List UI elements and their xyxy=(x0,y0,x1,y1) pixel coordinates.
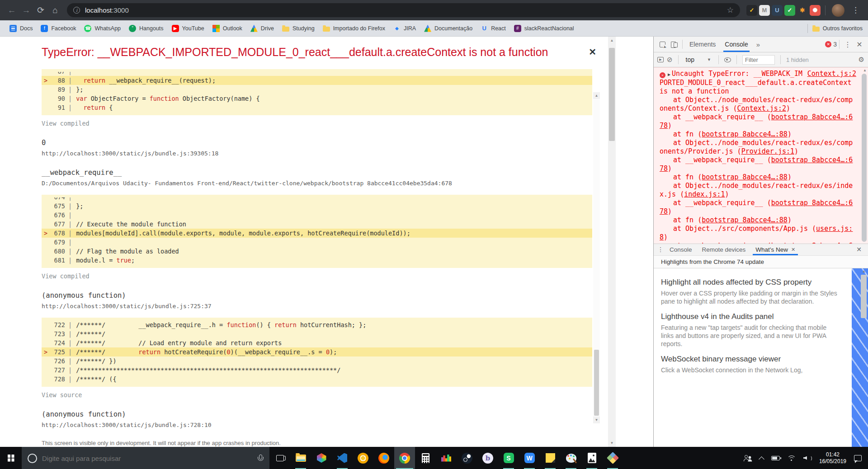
page-scrollbar[interactable]: ▲ ▼ xyxy=(608,37,616,447)
profile-avatar[interactable] xyxy=(832,4,844,17)
taskbar-app-gem-app[interactable] xyxy=(311,447,332,469)
more-tabs-icon[interactable]: » xyxy=(753,41,764,48)
battery-icon[interactable] xyxy=(771,456,780,460)
whatsnew-item-title[interactable]: Highlight all nodes affected by CSS prop… xyxy=(661,278,839,287)
scrollbar-thumb[interactable] xyxy=(609,48,615,141)
taskbar-app-calculator[interactable] xyxy=(415,447,436,469)
taskbar-clock[interactable]: 01:42 16/05/2019 xyxy=(819,451,846,465)
bookmark-item[interactable]: Importado do Firefox xyxy=(323,25,385,32)
orange-gear-extension-icon[interactable]: ✱ xyxy=(797,5,808,16)
scroll-down-icon[interactable]: ▼ xyxy=(608,439,616,447)
source-link[interactable]: bootstrap 8abcce4…:88 xyxy=(702,216,788,224)
scroll-up-icon[interactable]: ▲ xyxy=(608,37,616,44)
close-drawer-icon[interactable]: ✕ xyxy=(853,246,865,253)
refresh-icon[interactable]: ⟳ xyxy=(33,3,48,18)
console-settings-icon[interactable]: ⚙ xyxy=(859,56,864,64)
action-center-icon[interactable] xyxy=(854,455,862,461)
live-expression-icon[interactable] xyxy=(724,57,731,62)
console-sidebar-icon[interactable]: ▶ xyxy=(657,57,664,62)
bookmark-item[interactable]: Outlook xyxy=(212,25,242,32)
people-icon[interactable] xyxy=(744,455,752,461)
view-source-link[interactable]: View source xyxy=(42,391,82,399)
bookmark-item[interactable]: Drive xyxy=(250,25,274,32)
whatsnew-item-title[interactable]: Lighthouse v4 in the Audits panel xyxy=(661,312,839,321)
tab-elements[interactable]: Elements xyxy=(685,37,720,52)
bookmark-item[interactable]: ▶YouTube xyxy=(172,25,204,32)
hidden-icons-chevron[interactable] xyxy=(759,456,764,462)
source-link[interactable]: Provider.js:1 xyxy=(741,147,794,155)
taskbar-search-input[interactable] xyxy=(42,455,252,462)
source-link[interactable]: bootstrap 8abcce4…:678 xyxy=(660,242,853,244)
volume-icon[interactable] xyxy=(803,455,811,461)
taskbar-app-chrome[interactable] xyxy=(394,447,415,469)
start-button[interactable] xyxy=(0,447,22,469)
taskbar-search[interactable] xyxy=(22,447,269,469)
task-view-button[interactable] xyxy=(269,447,290,469)
view-compiled-link[interactable]: View compiled xyxy=(42,120,90,127)
bookmark-item[interactable]: Studying xyxy=(282,25,315,32)
error-count-badge[interactable]: ✕ 3 xyxy=(825,41,837,48)
page-info-icon[interactable]: i xyxy=(73,7,80,14)
inspect-element-icon[interactable] xyxy=(656,38,668,50)
scroll-down-icon[interactable]: ▼ xyxy=(593,417,600,423)
bookmark-item[interactable]: ◆JIRA xyxy=(393,25,416,32)
hidden-messages-label[interactable]: 1 hidden xyxy=(786,56,809,63)
whatsnew-item-title[interactable]: WebSocket binary message viewer xyxy=(661,355,839,364)
close-tab-icon[interactable]: ✕ xyxy=(791,247,795,253)
taskbar-app-vscode[interactable] xyxy=(332,447,353,469)
taskbar-app-bittorrent[interactable]: b xyxy=(477,447,498,469)
tab-console[interactable]: Console xyxy=(720,37,752,52)
view-compiled-link[interactable]: View compiled xyxy=(42,272,90,280)
bookmark-item[interactable]: UReact xyxy=(481,25,506,32)
scroll-up-icon[interactable]: ▲ xyxy=(862,269,866,273)
source-link[interactable]: bootstrap 8abcce4…:678 xyxy=(660,199,853,216)
source-link[interactable]: bootstrap 8abcce4…:88 xyxy=(702,173,788,181)
bookmark-item[interactable]: Docs xyxy=(9,25,33,32)
source-link[interactable]: bootstrap 8abcce4…:678 xyxy=(660,113,853,130)
taskbar-app-steam[interactable] xyxy=(457,447,477,469)
bookmark-item[interactable]: ”Hangouts xyxy=(129,25,164,32)
console-filter-input[interactable] xyxy=(742,55,775,65)
taskbar-app-file-explorer[interactable] xyxy=(290,447,311,469)
address-bar[interactable]: i localhost:3000 ☆ xyxy=(67,3,740,17)
taskbar-app-sticky-notes[interactable] xyxy=(540,447,561,469)
close-overlay-icon[interactable]: ✕ xyxy=(589,47,596,56)
context-selector[interactable]: top▼ xyxy=(684,56,713,63)
home-icon[interactable]: ⌂ xyxy=(48,3,62,18)
source-link[interactable]: users.js:8 xyxy=(660,225,853,241)
device-toolbar-icon[interactable] xyxy=(668,38,680,50)
wifi-icon[interactable] xyxy=(788,455,796,461)
taskbar-app-chrome-canary[interactable] xyxy=(353,447,373,469)
taskbar-app-music-equalizer-app[interactable] xyxy=(436,447,457,469)
error-source-link[interactable]: Context.js:2 xyxy=(807,70,856,78)
taskbar-app-wunderlist[interactable]: W xyxy=(519,447,540,469)
scroll-up-icon[interactable]: ▲ xyxy=(593,92,600,99)
other-bookmarks[interactable]: Outros favoritos xyxy=(803,24,863,33)
back-icon[interactable]: ← xyxy=(5,3,19,18)
close-devtools-icon[interactable]: ✕ xyxy=(854,38,865,50)
udacity-extension-icon[interactable]: U xyxy=(772,5,783,16)
taskbar-app-green-s-app[interactable]: S xyxy=(498,447,519,469)
drawer-tab-whats-new[interactable]: What's New✕ xyxy=(750,244,800,255)
taskbar-app-firefox[interactable] xyxy=(373,447,394,469)
green-check-extension-icon[interactable]: ✓ xyxy=(784,5,795,16)
bookmark-item[interactable]: #slackReactNacional xyxy=(514,25,574,32)
forward-icon[interactable]: → xyxy=(19,3,33,18)
taskbar-app-dev-cpp[interactable] xyxy=(602,447,623,469)
console-scrollbar-thumb[interactable] xyxy=(862,74,867,242)
expand-arrow-icon[interactable]: ▶ xyxy=(668,72,670,77)
drawer-tab-console[interactable]: Console xyxy=(665,244,697,255)
source-link[interactable]: Context.js:2 xyxy=(737,104,786,113)
browser-menu-icon[interactable]: ⋮ xyxy=(848,5,863,15)
drawer-tab-remote-devices[interactable]: Remote devices xyxy=(697,244,751,255)
bookmark-item[interactable]: ☎WhatsApp xyxy=(84,25,121,32)
drawer-menu-icon[interactable]: ⋮ xyxy=(656,244,665,255)
react-devtools-extension-icon[interactable]: ✺ xyxy=(810,5,821,16)
bookmark-star-icon[interactable]: ☆ xyxy=(727,5,734,15)
clear-console-icon[interactable]: ⊘ xyxy=(667,56,673,64)
bookmark-item[interactable]: fFacebook xyxy=(41,25,76,32)
whats-new-scrollbar-thumb[interactable] xyxy=(861,275,867,318)
microphone-icon[interactable] xyxy=(257,455,264,462)
yellow-check-extension-icon[interactable]: ✓ xyxy=(746,5,757,16)
source-link[interactable]: bootstrap 8abcce4…:88 xyxy=(702,130,788,138)
